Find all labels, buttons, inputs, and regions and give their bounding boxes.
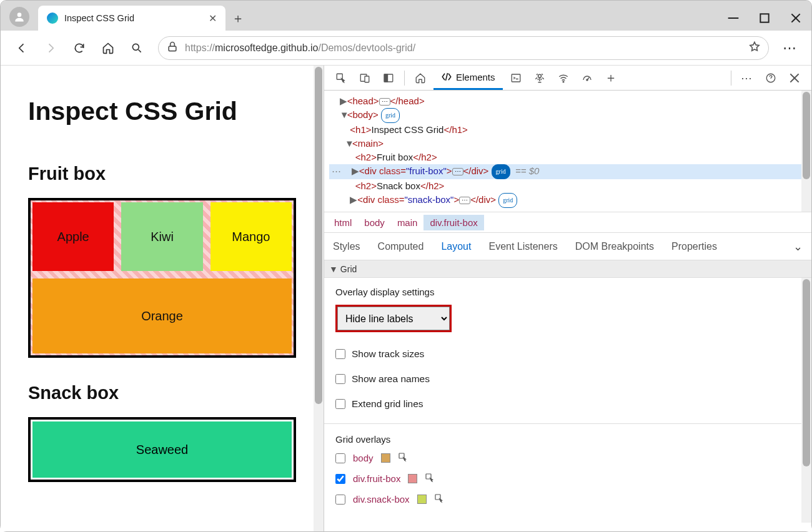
url-text: https://microsoftedge.github.io/Demos/de… <box>185 42 415 54</box>
welcome-tab-icon[interactable] <box>410 67 431 89</box>
devtools-toolbar: Elements ＋ ⋯ <box>324 66 811 91</box>
svg-rect-12 <box>384 74 387 82</box>
minimize-button[interactable] <box>718 6 749 31</box>
svg-point-16 <box>586 79 587 80</box>
styles-tabs: Styles Computed Layout Event Listeners D… <box>324 233 811 260</box>
tab-title: Inspect CSS Grid <box>64 13 202 23</box>
svg-rect-13 <box>512 74 520 82</box>
svg-rect-2 <box>760 14 768 22</box>
console-tab-icon[interactable] <box>505 67 527 89</box>
dom-scrollbar[interactable] <box>801 91 811 212</box>
show-track-sizes-checkbox[interactable]: Show track sizes <box>335 348 800 360</box>
dom-tree[interactable]: ▶<head>⋯</head> ▼<body> grid <h1>Inspect… <box>324 91 811 212</box>
inspect-element-icon[interactable] <box>330 67 352 89</box>
overlay-settings-title: Overlay display settings <box>335 287 800 297</box>
reveal-icon[interactable] <box>398 452 408 464</box>
svg-point-15 <box>563 81 564 82</box>
snack-heading: Snack box <box>28 383 296 403</box>
grid-overlays-title: Grid overlays <box>335 434 800 445</box>
overlay-row-snack[interactable]: div.snack-box <box>335 493 800 505</box>
svg-point-0 <box>17 12 22 17</box>
page-scrollbar[interactable] <box>314 66 324 531</box>
overlay-row-body[interactable]: body <box>335 452 800 464</box>
event-listeners-tab[interactable]: Event Listeners <box>487 239 558 255</box>
show-area-names-checkbox[interactable]: Show area names <box>335 373 800 385</box>
device-toggle-icon[interactable] <box>354 67 375 89</box>
cell-apple: Apple <box>32 202 114 271</box>
reveal-icon[interactable] <box>434 493 444 505</box>
page-h1: Inspect CSS Grid <box>28 97 296 126</box>
address-bar[interactable]: https://microsoftedge.github.io/Demos/de… <box>158 36 769 60</box>
cell-mango: Mango <box>210 202 292 271</box>
cell-seaweed: Seaweed <box>32 421 292 478</box>
pane-scrollbar[interactable] <box>801 278 811 523</box>
dock-icon[interactable] <box>378 67 399 89</box>
performance-tab-icon[interactable] <box>577 67 598 89</box>
styles-tab[interactable]: Styles <box>332 239 362 255</box>
cell-orange: Orange <box>32 278 292 353</box>
network-tab-icon[interactable] <box>553 67 574 89</box>
line-labels-dropdown[interactable]: Hide line labels <box>337 307 450 330</box>
snack-box-grid: Seaweed <box>28 417 296 482</box>
cell-kiwi: Kiwi <box>121 202 202 271</box>
refresh-button[interactable] <box>67 36 92 61</box>
profile-icon[interactable] <box>9 7 29 27</box>
elements-tab[interactable]: Elements <box>433 66 503 90</box>
svg-point-14 <box>538 74 541 77</box>
layout-tab[interactable]: Layout <box>440 239 472 255</box>
close-tab-icon[interactable]: ✕ <box>209 12 217 24</box>
layout-pane: Overlay display settings Hide line label… <box>324 278 811 523</box>
forward-button <box>38 36 63 61</box>
browser-tab[interactable]: Inspect CSS Grid ✕ <box>38 6 225 31</box>
new-tab-button[interactable]: ＋ <box>225 6 250 31</box>
settings-menu-button[interactable]: ⋯ <box>778 36 803 61</box>
reveal-icon[interactable] <box>425 473 435 485</box>
close-window-button[interactable] <box>780 6 811 31</box>
grid-section-header[interactable]: ▼Grid <box>324 260 811 278</box>
help-icon[interactable] <box>760 67 781 89</box>
more-tabs-icon[interactable]: ＋ <box>600 67 621 89</box>
color-swatch[interactable] <box>417 495 427 504</box>
computed-tab[interactable]: Computed <box>377 239 425 255</box>
close-devtools-icon[interactable] <box>784 67 805 89</box>
maximize-button[interactable] <box>749 6 780 31</box>
svg-rect-7 <box>169 46 176 51</box>
titlebar: Inspect CSS Grid ✕ ＋ <box>1 1 811 31</box>
page-viewport: Inspect CSS Grid Fruit box Apple Kiwi Ma… <box>1 66 324 531</box>
svg-rect-10 <box>365 76 369 82</box>
extend-grid-lines-checkbox[interactable]: Extend grid lines <box>335 398 800 410</box>
properties-tab[interactable]: Properties <box>670 239 718 255</box>
search-button[interactable] <box>124 36 149 61</box>
edge-icon <box>47 12 58 24</box>
devtools-panel: Elements ＋ ⋯ ▶<head>⋯</head> ▼<body> gri… <box>324 66 811 531</box>
line-labels-dropdown-highlight: Hide line labels <box>335 305 452 332</box>
favorite-icon[interactable] <box>748 41 761 56</box>
svg-point-5 <box>132 44 139 50</box>
svg-line-6 <box>139 49 141 52</box>
devtools-more-icon[interactable]: ⋯ <box>736 67 758 89</box>
dom-breadcrumb[interactable]: html body main div.fruit-box <box>324 212 811 233</box>
browser-toolbar: https://microsoftedge.github.io/Demos/de… <box>1 31 811 66</box>
fruit-heading: Fruit box <box>28 164 296 184</box>
sources-tab-icon[interactable] <box>529 67 550 89</box>
fruit-box-grid: Apple Kiwi Mango Orange <box>28 198 296 358</box>
home-button[interactable] <box>96 36 121 61</box>
lock-icon <box>166 41 179 56</box>
expand-pane-icon[interactable]: ⌄ <box>792 237 804 256</box>
back-button[interactable] <box>9 36 34 61</box>
color-swatch[interactable] <box>381 453 390 463</box>
dom-breakpoints-tab[interactable]: DOM Breakpoints <box>574 239 655 255</box>
color-swatch[interactable] <box>408 474 417 483</box>
overlay-row-fruit[interactable]: div.fruit-box <box>335 473 800 485</box>
